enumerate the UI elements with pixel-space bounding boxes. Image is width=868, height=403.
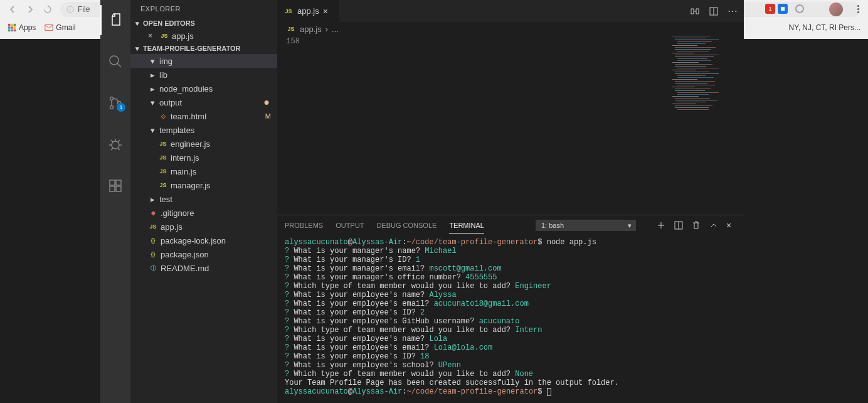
- svg-rect-17: [110, 180, 115, 185]
- file-label: team.html: [171, 112, 206, 121]
- breadcrumbs[interactable]: JS app.js › ...: [277, 22, 744, 36]
- folder-img[interactable]: ▾ img: [130, 54, 277, 68]
- open-editor-item[interactable]: × JS app.js: [130, 29, 277, 43]
- svg-rect-7: [14, 26, 16, 29]
- tab-terminal[interactable]: TERMINAL: [449, 218, 484, 234]
- modified-dot-icon: ●: [263, 100, 270, 105]
- editor-scrollbar[interactable]: [735, 72, 744, 215]
- close-panel-icon[interactable]: ×: [726, 220, 736, 230]
- extensions-activity[interactable]: [100, 171, 130, 201]
- folder-lib[interactable]: ▸ lib: [130, 68, 277, 82]
- stop-recording-button[interactable]: [778, 4, 788, 14]
- js-file-icon: JS: [158, 180, 168, 190]
- chevron-down-icon: ▾: [148, 56, 157, 65]
- svg-rect-4: [14, 24, 16, 26]
- svg-rect-20: [116, 186, 121, 191]
- forward-icon[interactable]: [25, 4, 35, 14]
- chevron-right-icon: ▸: [148, 84, 157, 93]
- recording-count: 1: [768, 6, 771, 12]
- code-content[interactable]: [309, 36, 744, 215]
- split-editor-icon[interactable]: [709, 6, 719, 16]
- file-gitignore[interactable]: ◆ .gitignore: [130, 206, 277, 220]
- file-intern-js[interactable]: JS intern.js: [130, 151, 277, 164]
- chevron-down-icon: ▾: [133, 19, 142, 28]
- terminal-panel: PROBLEMS OUTPUT DEBUG CONSOLE TERMINAL 1…: [277, 215, 744, 403]
- line-number: 158: [277, 36, 300, 48]
- terminal-body[interactable]: alyssacucunato@Alyssas-Air:~/code/team-p…: [277, 235, 744, 403]
- panel-actions: ×: [656, 220, 736, 230]
- chevron-up-icon[interactable]: [709, 220, 719, 230]
- file-team-html[interactable]: ◇ team.html M: [130, 109, 277, 123]
- folder-templates[interactable]: ▾ templates: [130, 123, 277, 137]
- json-file-icon: {}: [148, 249, 158, 259]
- close-tab-icon[interactable]: ×: [323, 6, 333, 16]
- js-file-icon: JS: [158, 153, 168, 163]
- panel-tabs: PROBLEMS OUTPUT DEBUG CONSOLE TERMINAL 1…: [277, 215, 744, 235]
- folder-output[interactable]: ▾ output ●: [130, 95, 277, 109]
- profile-avatar[interactable]: [829, 3, 843, 16]
- editor-area: JS app.js × ⋯ JS app.js › ... 158: [277, 0, 744, 403]
- info-icon: i: [66, 6, 74, 13]
- tab-app-js[interactable]: JS app.js ×: [277, 0, 340, 22]
- scm-activity[interactable]: 1: [100, 88, 130, 118]
- reload-icon[interactable]: [43, 4, 53, 14]
- chevron-down-icon: ▾: [133, 44, 142, 53]
- svg-rect-10: [14, 30, 16, 32]
- gmail-bookmark[interactable]: Gmail: [45, 23, 75, 32]
- file-engineer-js[interactable]: JS engineer.js: [130, 137, 277, 151]
- svg-rect-5: [8, 26, 11, 29]
- modified-indicator: M: [265, 112, 271, 120]
- svg-point-16: [112, 141, 119, 149]
- tab-output[interactable]: OUTPUT: [336, 218, 364, 233]
- search-icon: [108, 54, 123, 69]
- explorer-activity[interactable]: [100, 5, 130, 35]
- tab-bar: JS app.js × ⋯: [277, 0, 744, 22]
- record-circle-icon[interactable]: [795, 4, 804, 13]
- breadcrumb-file: app.js: [300, 24, 322, 34]
- activity-bar: 1: [100, 0, 130, 403]
- search-activity[interactable]: [100, 46, 130, 77]
- scm-badge: 1: [117, 103, 125, 112]
- project-header[interactable]: ▾ TEAM-PROFILE-GENERATOR: [130, 43, 277, 54]
- recording-badge[interactable]: 1: [765, 4, 775, 14]
- chevron-right-icon: ▸: [148, 70, 157, 79]
- tab-problems[interactable]: PROBLEMS: [285, 218, 323, 233]
- right-bookmark[interactable]: NY, NJ, CT, RI Pers...: [789, 23, 860, 32]
- file-label: intern.js: [171, 153, 199, 163]
- tab-debug-console[interactable]: DEBUG CONSOLE: [376, 218, 437, 233]
- chevron-right-icon: ›: [326, 24, 328, 34]
- folder-test[interactable]: ▸ test: [130, 192, 277, 206]
- back-icon[interactable]: [8, 4, 18, 14]
- split-terminal-icon[interactable]: [674, 220, 684, 230]
- file-main-js[interactable]: JS main.js: [130, 164, 277, 178]
- line-gutter: 158: [277, 36, 309, 215]
- file-package-lock[interactable]: {} package-lock.json: [130, 234, 277, 247]
- info-file-icon: ⓘ: [148, 263, 158, 273]
- more-actions-icon[interactable]: ⋯: [728, 5, 738, 17]
- close-icon[interactable]: ×: [148, 31, 157, 40]
- file-app-js[interactable]: JS app.js: [130, 220, 277, 234]
- file-readme[interactable]: ⓘ README.md: [130, 261, 277, 275]
- open-editors-header[interactable]: ▾ OPEN EDITORS: [130, 18, 277, 29]
- project-label: TEAM-PROFILE-GENERATOR: [143, 45, 240, 52]
- json-file-icon: {}: [148, 235, 158, 245]
- file-manager-js[interactable]: JS manager.js: [130, 178, 277, 192]
- compare-changes-icon[interactable]: [690, 6, 700, 16]
- editor-body[interactable]: 158: [277, 36, 744, 215]
- js-file-icon: JS: [286, 24, 296, 34]
- file-tree: ▾ img ▸ lib ▸ node_modules ▾ output ●: [130, 54, 277, 275]
- browser-menu-icon[interactable]: [857, 5, 859, 13]
- sidebar-title: EXPLORER: [130, 0, 277, 18]
- apps-bookmark[interactable]: Apps: [8, 23, 36, 32]
- folder-node-modules[interactable]: ▸ node_modules: [130, 82, 277, 95]
- svg-text:i: i: [70, 7, 71, 13]
- bug-icon: [108, 137, 123, 152]
- file-package-json[interactable]: {} package.json: [130, 247, 277, 261]
- trash-icon[interactable]: [691, 220, 701, 230]
- debug-activity[interactable]: [100, 129, 130, 159]
- main-area: 1 EXPLORER ▾ OPEN EDITORS × JS app.js ▾: [100, 0, 744, 403]
- new-terminal-icon[interactable]: [656, 220, 666, 230]
- svg-rect-9: [11, 30, 13, 32]
- folder-label: templates: [159, 126, 194, 135]
- terminal-selector[interactable]: 1: bash: [536, 220, 636, 231]
